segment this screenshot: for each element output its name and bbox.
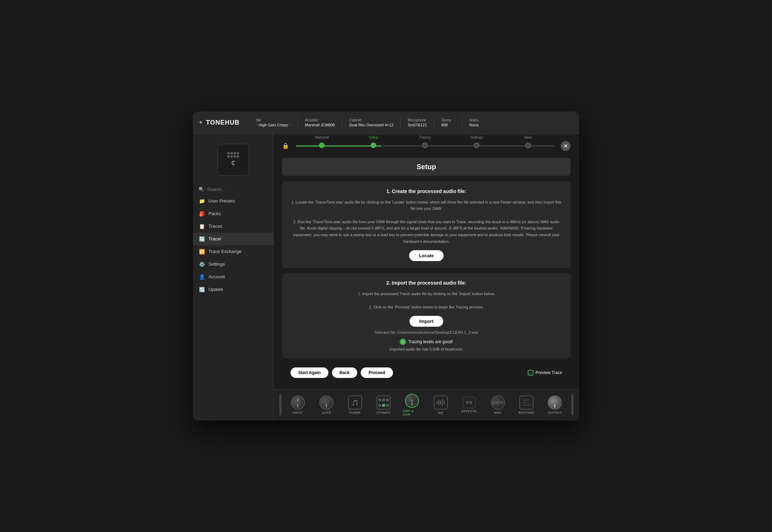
packs-icon: 🎒 bbox=[199, 211, 205, 217]
search-placeholder: Search... bbox=[207, 187, 225, 192]
eq-bar bbox=[442, 399, 443, 406]
eq-bar bbox=[437, 401, 438, 404]
notes-section[interactable]: Notes None bbox=[462, 116, 490, 129]
midi-ring bbox=[496, 401, 499, 404]
sidebar-item-traces[interactable]: 📋 Traces bbox=[193, 220, 273, 233]
sidebar-item-label: Update bbox=[208, 287, 223, 292]
bottom-item-eq[interactable]: EQ bbox=[427, 394, 454, 416]
proceed-button[interactable]: Proceed bbox=[361, 367, 393, 378]
amp-cab-dot: ● bbox=[411, 399, 413, 403]
routing-badge: MONOM↔SSTEREO bbox=[522, 399, 531, 407]
gate-knob[interactable] bbox=[319, 395, 333, 410]
sidebar-item-update[interactable]: 🔃 Update bbox=[193, 283, 273, 296]
bottom-item-routing[interactable]: MONOM↔SSTEREO ROUTING bbox=[513, 394, 540, 416]
locate-button[interactable]: Locate bbox=[409, 250, 444, 261]
amp-cab-knob[interactable]: ● bbox=[405, 394, 419, 408]
stomp-dot bbox=[382, 399, 385, 401]
avatar-dot bbox=[237, 152, 239, 154]
midi-ring bbox=[492, 401, 495, 404]
avatar-area: ₵ bbox=[193, 138, 273, 181]
routing-display: MONOM↔SSTEREO bbox=[519, 395, 533, 410]
preview-check-icon[interactable]: ✓ bbox=[528, 370, 533, 375]
bottom-item-input[interactable]: INPUT bbox=[284, 394, 311, 416]
preset-section[interactable]: Me ‹ High Gain Crispy › bbox=[249, 116, 298, 129]
midi-display bbox=[491, 395, 505, 410]
sidebar-item-account[interactable]: 👤 Account bbox=[193, 271, 273, 283]
midi-label: MIDI bbox=[494, 411, 501, 414]
input-knob-indicator bbox=[298, 398, 298, 401]
step-welcome: Welcome bbox=[296, 142, 348, 149]
card1-btn-area: Locate bbox=[291, 250, 562, 261]
wizard-header: 🔒 Welcome Setup bbox=[282, 141, 571, 151]
output-knob[interactable] bbox=[548, 395, 562, 410]
step-settings: Settings bbox=[451, 142, 502, 149]
stomp-dot bbox=[386, 399, 389, 401]
step-setup-dot bbox=[371, 142, 376, 148]
amplifier-section[interactable]: Amplifier Marshall JCM800 bbox=[298, 116, 342, 129]
microphone-label: Microphone bbox=[408, 118, 427, 122]
output-label: OUTPUT bbox=[548, 411, 562, 414]
sidebar-item-trace-exchange[interactable]: 🔁 Trace Exchange bbox=[193, 245, 273, 258]
effects-label: EFFECTS bbox=[461, 410, 477, 413]
bottom-item-stomps[interactable]: STOMPS bbox=[370, 394, 397, 416]
bottom-item-amp-cab[interactable]: ● AMP & CAB bbox=[399, 392, 426, 418]
bottom-item-output[interactable]: OUTPUT bbox=[541, 394, 568, 416]
sidebar-item-packs[interactable]: 🎒 Packs bbox=[193, 207, 273, 220]
tuner-display: 🎵 bbox=[348, 395, 362, 410]
tracing-ok-label: Tracing levels are good! bbox=[408, 339, 453, 344]
top-bar-sections: Me ‹ High Gain Crispy › Amplifier Marsha… bbox=[249, 116, 573, 129]
amplifier-value: Marshall JCM800 bbox=[305, 123, 335, 127]
tuner-label: TUNER bbox=[349, 411, 361, 414]
stomp-label: Stomp bbox=[441, 118, 455, 122]
avatar-dot bbox=[234, 155, 236, 158]
sidebar-item-settings[interactable]: ⚙️ Settings bbox=[193, 258, 273, 271]
bottom-item-gate[interactable]: GATE bbox=[313, 394, 340, 416]
input-knob[interactable] bbox=[291, 395, 305, 410]
trace-exchange-icon: 🔁 bbox=[199, 249, 205, 254]
avatar: ₵ bbox=[218, 144, 249, 175]
avatar-dot bbox=[234, 152, 236, 154]
step-tracing-label: Tracing bbox=[419, 135, 431, 139]
step-save-label: Save bbox=[524, 135, 532, 139]
eq-bar bbox=[440, 400, 441, 405]
step-welcome-dot bbox=[319, 142, 325, 148]
tracer-icon: 🔄 bbox=[199, 236, 205, 242]
footer-buttons: Start Again Back Proceed bbox=[291, 367, 393, 378]
card2-title: 2. Import the processed audio file: bbox=[291, 280, 562, 286]
back-button[interactable]: Back bbox=[332, 367, 358, 378]
search-bar[interactable]: 🔍 Search... bbox=[193, 184, 273, 195]
card2-btn-area: Import bbox=[291, 316, 562, 327]
stomps-display bbox=[377, 395, 391, 410]
selected-file-path: Selected file: /Users/sonnytruelove/Desk… bbox=[291, 330, 562, 334]
amplifier-label: Amplifier bbox=[305, 118, 335, 122]
card1-body-text: 1. Locate the 'TracerTone.wav' audio fil… bbox=[291, 199, 562, 212]
close-button[interactable]: ✕ bbox=[561, 141, 571, 151]
stomps-label: STOMPS bbox=[377, 411, 391, 414]
step-setup-label: Setup bbox=[369, 135, 378, 139]
app-logo: ✦ TONEHUB bbox=[199, 119, 241, 126]
preset-arrow-left: ‹ bbox=[256, 123, 257, 127]
stomp-dot bbox=[378, 404, 381, 407]
right-side-bar bbox=[571, 394, 573, 415]
preset-nav[interactable]: ‹ High Gain Crispy › bbox=[256, 123, 291, 127]
tuner-icon: 🎵 bbox=[352, 399, 359, 406]
bottom-item-midi[interactable]: MIDI bbox=[484, 394, 511, 416]
eq-label: EQ bbox=[438, 411, 443, 414]
sidebar-item-user-presets[interactable]: 📁 User Presets bbox=[193, 195, 273, 207]
step-welcome-label: Welcome bbox=[315, 135, 330, 139]
card2-body-text1: 1. Import the processed Tracer audio fil… bbox=[291, 291, 562, 297]
import-button[interactable]: Import bbox=[410, 316, 443, 327]
cabinet-section[interactable]: Cabinet Dual Rec Oversized 4×12 bbox=[342, 116, 400, 129]
sidebar-item-label: Packs bbox=[208, 211, 221, 216]
logo-icon: ✦ bbox=[199, 120, 203, 125]
stomp-section[interactable]: Stomp 808 bbox=[434, 116, 462, 129]
microphone-section[interactable]: Microphone Sm57&121 bbox=[400, 116, 434, 129]
fx-label: FX bbox=[466, 400, 472, 405]
start-again-button[interactable]: Start Again bbox=[291, 367, 328, 378]
search-icon: 🔍 bbox=[199, 187, 204, 192]
traces-icon: 📋 bbox=[199, 224, 205, 229]
card1-title: 1. Create the processed audio file: bbox=[291, 188, 562, 194]
bottom-item-effects[interactable]: FX EFFECTS bbox=[455, 395, 482, 414]
bottom-item-tuner[interactable]: 🎵 TUNER bbox=[341, 394, 368, 416]
sidebar-item-tracer[interactable]: 🔄 Tracer bbox=[193, 233, 273, 245]
